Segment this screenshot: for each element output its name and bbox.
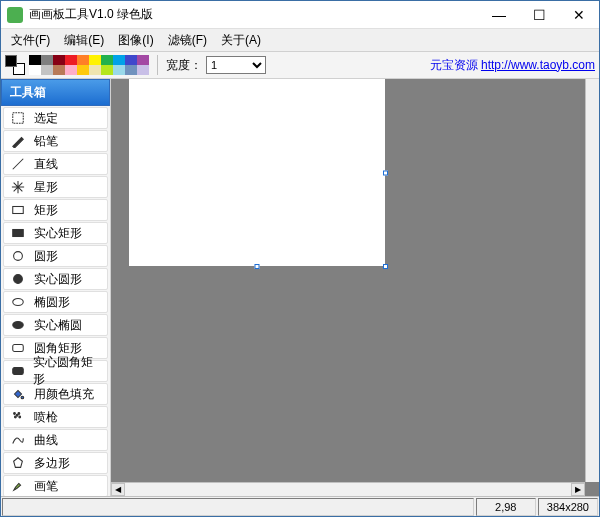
tool-roundrect-filled[interactable]: 实心圆角矩形 (3, 360, 108, 382)
tool-label: 直线 (34, 156, 58, 173)
color-swatch[interactable] (65, 55, 77, 65)
tool-curve[interactable]: 曲线 (3, 429, 108, 451)
scroll-right-icon[interactable]: ▶ (571, 483, 585, 496)
tool-circle[interactable]: 圆形 (3, 245, 108, 267)
scroll-left-icon[interactable]: ◀ (111, 483, 125, 496)
menu-item[interactable]: 关于(A) (215, 30, 267, 51)
tool-spray[interactable]: 喷枪 (3, 406, 108, 428)
tool-label: 星形 (34, 179, 58, 196)
status-size: 384x280 (538, 498, 598, 516)
color-swatch[interactable] (137, 55, 149, 65)
menu-item[interactable]: 文件(F) (5, 30, 56, 51)
tool-fill[interactable]: 用颜色填充 (3, 383, 108, 405)
tool-label: 矩形 (34, 202, 58, 219)
close-button[interactable]: ✕ (559, 1, 599, 29)
tool-label: 曲线 (34, 432, 58, 449)
color-swatch[interactable] (41, 65, 53, 75)
color-swatch[interactable] (125, 55, 137, 65)
tool-ellipse-filled[interactable]: 实心椭圆 (3, 314, 108, 336)
color-swatch[interactable] (101, 65, 113, 75)
credit-link[interactable]: http://www.taoyb.com (481, 58, 595, 72)
svg-point-7 (13, 322, 24, 329)
color-swatch[interactable] (113, 55, 125, 65)
color-swatch[interactable] (29, 65, 41, 75)
color-swatch[interactable] (89, 55, 101, 65)
ellipse-icon (10, 294, 26, 310)
svg-rect-0 (13, 113, 24, 124)
svg-rect-3 (13, 230, 24, 237)
menu-item[interactable]: 滤镜(F) (162, 30, 213, 51)
svg-rect-9 (12, 368, 23, 375)
toolbox-sidebar: 工具箱 选定铅笔直线星形矩形实心矩形圆形实心圆形椭圆形实心椭圆圆角矩形实心圆角矩… (1, 79, 111, 496)
circle-icon (10, 248, 26, 264)
scrollbar-vertical[interactable] (585, 79, 599, 482)
resize-handle-right[interactable] (383, 170, 388, 175)
width-select[interactable]: 1 (206, 56, 266, 74)
fg-color-swatch[interactable] (5, 55, 17, 67)
statusbar: 2,98 384x280 (1, 496, 599, 516)
scrollbar-horizontal[interactable]: ◀ ▶ (111, 482, 585, 496)
tool-polygon[interactable]: 多边形 (3, 452, 108, 474)
color-palette (29, 55, 149, 75)
color-swatch[interactable] (53, 55, 65, 65)
color-swatch[interactable] (101, 55, 113, 65)
resize-handle-corner[interactable] (383, 264, 388, 269)
circle-filled-icon (10, 271, 26, 287)
color-swatch[interactable] (41, 55, 53, 65)
tool-rect[interactable]: 矩形 (3, 199, 108, 221)
color-swatch[interactable] (113, 65, 125, 75)
credit-block: 元宝资源 http://www.taoyb.com (430, 57, 595, 74)
tool-label: 实心椭圆 (34, 317, 82, 334)
svg-point-15 (19, 416, 21, 418)
svg-point-10 (21, 396, 24, 399)
color-swatch[interactable] (65, 65, 77, 75)
tool-label: 多边形 (34, 455, 70, 472)
color-swatch[interactable] (77, 55, 89, 65)
color-swatch[interactable] (125, 65, 137, 75)
svg-rect-8 (13, 345, 24, 352)
roundrect-icon (10, 340, 26, 356)
color-swatch[interactable] (89, 65, 101, 75)
canvas[interactable] (129, 79, 385, 266)
svg-point-14 (18, 413, 20, 415)
tool-label: 铅笔 (34, 133, 58, 150)
tool-line[interactable]: 直线 (3, 153, 108, 175)
maximize-button[interactable]: ☐ (519, 1, 559, 29)
brush-icon (10, 478, 26, 494)
tool-circle-filled[interactable]: 实心圆形 (3, 268, 108, 290)
tool-star[interactable]: 星形 (3, 176, 108, 198)
toolbar: 宽度： 1 元宝资源 http://www.taoyb.com (1, 51, 599, 79)
tool-label: 用颜色填充 (34, 386, 94, 403)
tool-rect-filled[interactable]: 实心矩形 (3, 222, 108, 244)
window-buttons: — ☐ ✕ (479, 1, 599, 29)
color-swatch[interactable] (53, 65, 65, 75)
color-swatch[interactable] (137, 65, 149, 75)
toolbar-separator (157, 55, 158, 75)
svg-point-13 (15, 416, 17, 418)
minimize-button[interactable]: — (479, 1, 519, 29)
fg-bg-swatch[interactable] (5, 55, 25, 75)
canvas-area: ◀ ▶ (111, 79, 599, 496)
rect-filled-icon (10, 225, 26, 241)
credit-label: 元宝资源 (430, 58, 478, 72)
color-swatch[interactable] (29, 55, 41, 65)
tool-select[interactable]: 选定 (3, 107, 108, 129)
tool-label: 选定 (34, 110, 58, 127)
width-label: 宽度： (166, 57, 202, 74)
svg-rect-2 (13, 207, 24, 214)
tool-ellipse[interactable]: 椭圆形 (3, 291, 108, 313)
svg-point-5 (14, 275, 23, 284)
ellipse-filled-icon (10, 317, 26, 333)
menu-item[interactable]: 图像(I) (112, 30, 159, 51)
select-icon (10, 110, 26, 126)
tool-brush[interactable]: 画笔 (3, 475, 108, 496)
tool-label: 圆形 (34, 248, 58, 265)
tool-pencil[interactable]: 铅笔 (3, 130, 108, 152)
main-body: 工具箱 选定铅笔直线星形矩形实心矩形圆形实心圆形椭圆形实心椭圆圆角矩形实心圆角矩… (1, 79, 599, 496)
menu-item[interactable]: 编辑(E) (58, 30, 110, 51)
window-title: 画画板工具V1.0 绿色版 (29, 6, 479, 23)
svg-point-4 (14, 252, 23, 261)
color-swatch[interactable] (77, 65, 89, 75)
svg-line-1 (13, 159, 24, 170)
resize-handle-bottom[interactable] (255, 264, 260, 269)
